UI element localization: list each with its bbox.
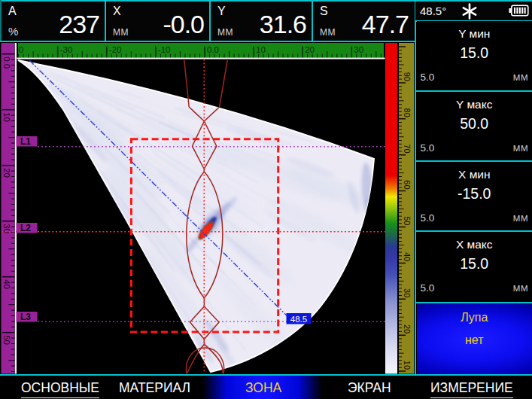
topbar-bottom-border — [0, 41, 415, 42]
menu-item-izmerenie[interactable]: ИЗМЕРЕНИЕ — [430, 380, 513, 398]
menu-item-osnovnye[interactable]: ОСНОВНЫЕ — [21, 380, 99, 398]
y-ruler-label: 10 — [2, 112, 11, 122]
device-screen: -40-30-20-100.0102030 0.01020304050 9080… — [0, 0, 532, 399]
x-ruler-label: 20 — [305, 45, 315, 54]
param-panel-xmin[interactable]: X мин -15.0 5.0 ММ — [417, 162, 532, 230]
cell-divider — [209, 2, 211, 42]
readout-cell-y: Y ММ 31.6 — [211, 2, 311, 40]
y-ruler-label: 40 — [2, 279, 11, 289]
probe-angle-readout: 48.5° — [420, 5, 446, 17]
param-value: 15.0 — [417, 255, 532, 273]
svg-text:L2: L2 — [20, 223, 31, 233]
layer-marker-l2: L2 — [17, 223, 38, 233]
sector-image — [18, 59, 385, 375]
amplitude-colorbar — [385, 43, 397, 374]
menu-item-zona[interactable]: ЗОНА — [245, 380, 281, 396]
param-unit: ММ — [513, 214, 528, 223]
param-unit: ММ — [513, 144, 528, 153]
readout-value: -0.0 — [163, 10, 204, 39]
y-ruler — [2, 43, 15, 374]
param-unit: ММ — [513, 284, 528, 293]
ruler-separator-v — [15, 43, 17, 374]
db-ruler-label: 90 — [403, 72, 412, 81]
x-ruler-label: 30 — [354, 45, 363, 54]
db-ruler-label: 40 — [403, 252, 412, 261]
db-ruler-label: 70 — [403, 144, 412, 153]
param-step: 5.0 — [421, 142, 435, 154]
db-ruler-label: 80 — [403, 108, 412, 117]
cell-divider — [312, 2, 313, 42]
param-title: X макс — [417, 238, 532, 251]
magnifier-title: Лупа — [417, 311, 532, 324]
y-ruler-label: 20 — [2, 168, 11, 178]
svg-text:L3: L3 — [20, 312, 31, 322]
readout-unit: % — [8, 25, 18, 38]
beam-angle-label: 48.5 — [287, 313, 312, 324]
readout-letter: S — [320, 5, 328, 18]
svg-text:48.5: 48.5 — [290, 315, 307, 324]
layer-marker-l3: L3 — [17, 312, 38, 322]
battery-icon — [509, 5, 529, 20]
db-ruler-label: 30 — [403, 288, 412, 297]
x-ruler-label: -20 — [109, 45, 122, 54]
readout-unit: ММ — [320, 27, 336, 38]
readout-letter: Y — [217, 5, 226, 18]
readout-cell-x: X ММ -0.0 — [106, 2, 208, 40]
readout-letter: A — [8, 5, 17, 18]
readout-unit: ММ — [113, 27, 129, 38]
param-title: Y макс — [417, 98, 532, 111]
param-value: 50.0 — [417, 115, 532, 132]
param-value: 15.0 — [417, 44, 532, 62]
db-ruler-label: 10 — [403, 361, 412, 370]
status-cell: 48.5° — [415, 2, 532, 20]
menu-item-ekran[interactable]: ЭКРАН — [348, 380, 391, 396]
param-step: 5.0 — [421, 72, 435, 83]
x-ruler-label: 10 — [256, 45, 266, 54]
menu-item-material[interactable]: МАТЕРИАЛ — [119, 380, 190, 396]
cell-divider — [415, 0, 416, 374]
x-ruler-label: -30 — [60, 45, 73, 54]
readout-cell-a: A % 237 — [2, 2, 104, 40]
param-panel-ymax[interactable]: Y макс 50.0 5.0 ММ — [417, 92, 532, 160]
param-step: 5.0 — [421, 212, 435, 224]
readout-value: 237 — [59, 10, 99, 39]
db-ruler-label: 50 — [403, 216, 412, 225]
ruler-separator-h — [17, 58, 385, 59]
cell-divider — [105, 2, 106, 42]
x-ruler-label: -10 — [158, 45, 171, 54]
readout-cell-s: S ММ 47.7 — [313, 2, 413, 40]
db-ruler-label: 60 — [403, 180, 412, 189]
menu-bar: ОСНОВНЫЕ МАТЕРИАЛ ЗОНА ЭКРАН ИЗМЕРЕНИЕ — [0, 376, 532, 399]
magnifier-value: нет — [417, 334, 532, 347]
y-ruler-label: 0.0 — [2, 56, 11, 69]
param-step: 5.0 — [421, 282, 435, 294]
readout-letter: X — [113, 5, 121, 18]
param-unit: ММ — [513, 73, 528, 82]
param-value: -15.0 — [417, 185, 532, 203]
param-panel-xmax[interactable]: X макс 15.0 5.0 ММ — [417, 232, 532, 301]
param-title: X мин — [417, 168, 532, 181]
x-ruler-label: 0.0 — [207, 45, 219, 54]
readout-value: 47.7 — [362, 10, 409, 39]
layer-marker-l1: L1 — [17, 136, 38, 147]
magnifier-panel[interactable]: Лупа нет — [417, 303, 532, 374]
param-panel-ymin[interactable]: Y мин 15.0 5.0 ММ — [417, 21, 532, 90]
y-ruler-label: 50 — [2, 335, 11, 345]
readout-unit: ММ — [217, 27, 233, 38]
svg-text:L1: L1 — [20, 136, 31, 147]
db-ruler-label: 20 — [403, 324, 412, 334]
readout-value: 31.6 — [260, 10, 306, 39]
param-title: Y мин — [417, 27, 532, 41]
x-ruler — [18, 43, 384, 58]
